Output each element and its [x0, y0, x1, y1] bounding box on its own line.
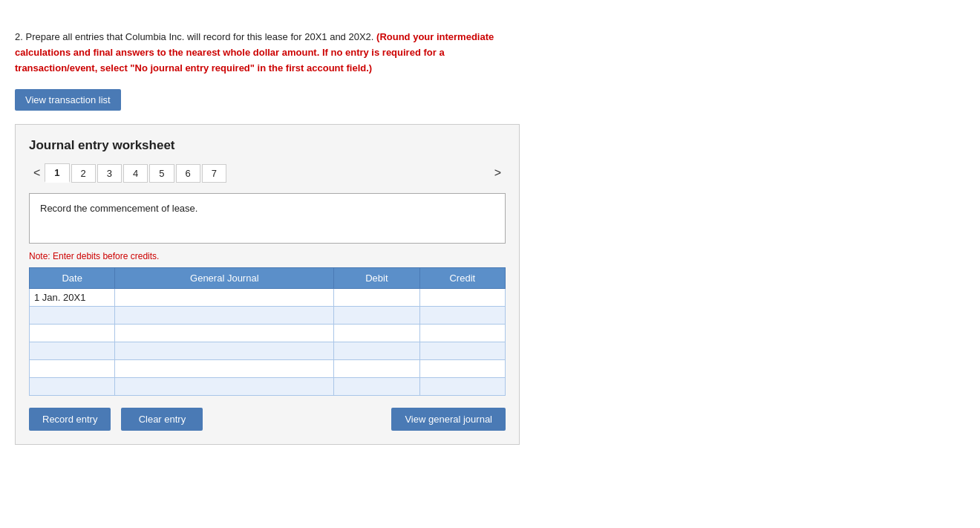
col-header-date: Date: [30, 268, 115, 289]
journal-cell-4[interactable]: [115, 342, 334, 360]
debit-cell-3[interactable]: [334, 325, 419, 342]
journal-cell-2[interactable]: [115, 307, 334, 325]
debit-input-2[interactable]: [334, 307, 419, 324]
debit-input-4[interactable]: [334, 342, 419, 359]
tab-next-button[interactable]: >: [490, 165, 506, 181]
tab-1[interactable]: 1: [45, 163, 69, 183]
tab-2[interactable]: 2: [71, 164, 96, 183]
journal-input-3[interactable]: [115, 325, 333, 342]
credit-cell-3[interactable]: [419, 325, 505, 342]
journal-input-5[interactable]: [115, 360, 333, 377]
credit-input-3[interactable]: [420, 325, 505, 342]
credit-cell-4[interactable]: [419, 342, 505, 360]
record-entry-button[interactable]: Record entry: [29, 408, 111, 431]
worksheet-container: Journal entry worksheet < 1 2 3 4 5 6 7 …: [15, 124, 520, 445]
debit-cell-2[interactable]: [334, 307, 419, 325]
journal-input-1[interactable]: [115, 289, 333, 306]
tab-6[interactable]: 6: [176, 164, 200, 183]
col-header-debit: Debit: [334, 268, 419, 289]
debit-cell-4[interactable]: [334, 342, 419, 360]
journal-cell-3[interactable]: [115, 325, 334, 342]
credit-input-4[interactable]: [420, 342, 505, 359]
debit-cell-6[interactable]: [334, 378, 419, 396]
credit-cell-2[interactable]: [419, 307, 505, 325]
journal-input-2[interactable]: [115, 307, 333, 324]
question-number: 2.: [15, 31, 23, 42]
description-box: Record the commencement of lease.: [29, 193, 506, 244]
credit-cell-6[interactable]: [419, 378, 505, 396]
debit-input-5[interactable]: [334, 360, 419, 377]
question-normal: Prepare all entries that Columbia Inc. w…: [25, 31, 373, 42]
debit-input-1[interactable]: [334, 289, 419, 306]
debit-input-6[interactable]: [334, 378, 419, 395]
view-general-journal-button[interactable]: View general journal: [391, 408, 506, 431]
date-cell-4: [30, 342, 115, 360]
note-text: Note: Enter debits before credits.: [29, 251, 506, 261]
date-cell-1: 1 Jan. 20X1: [30, 289, 115, 307]
tabs-row: < 1 2 3 4 5 6 7 >: [29, 163, 506, 183]
date-cell-6: [30, 378, 115, 396]
credit-cell-5[interactable]: [419, 360, 505, 378]
worksheet-title: Journal entry worksheet: [29, 138, 506, 153]
credit-input-6[interactable]: [420, 378, 505, 395]
debit-cell-1[interactable]: [334, 289, 419, 307]
view-transaction-button[interactable]: View transaction list: [15, 89, 121, 111]
tab-4[interactable]: 4: [123, 164, 148, 183]
tab-5[interactable]: 5: [149, 164, 174, 183]
table-row: [30, 342, 506, 360]
date-cell-3: [30, 325, 115, 342]
journal-input-4[interactable]: [115, 342, 333, 359]
credit-input-1[interactable]: [420, 289, 505, 306]
journal-input-6[interactable]: [115, 378, 333, 395]
clear-entry-button[interactable]: Clear entry: [121, 408, 203, 431]
credit-input-5[interactable]: [420, 360, 505, 377]
journal-table: Date General Journal Debit Credit 1 Jan.…: [29, 267, 506, 396]
table-row: [30, 378, 506, 396]
col-header-journal: General Journal: [115, 268, 334, 289]
date-cell-5: [30, 360, 115, 378]
tab-3[interactable]: 3: [97, 164, 122, 183]
journal-cell-1[interactable]: [115, 289, 334, 307]
table-row: 1 Jan. 20X1: [30, 289, 506, 307]
journal-cell-6[interactable]: [115, 378, 334, 396]
credit-cell-1[interactable]: [419, 289, 505, 307]
credit-input-2[interactable]: [420, 307, 505, 324]
table-row: [30, 360, 506, 378]
question-text: 2. Prepare all entries that Columbia Inc…: [15, 30, 520, 76]
journal-cell-5[interactable]: [115, 360, 334, 378]
debit-input-3[interactable]: [334, 325, 419, 342]
col-header-credit: Credit: [419, 268, 505, 289]
tab-7[interactable]: 7: [202, 164, 226, 183]
table-row: [30, 307, 506, 325]
date-cell-2: [30, 307, 115, 325]
bottom-buttons: Record entry Clear entry View general jo…: [29, 408, 506, 431]
table-row: [30, 325, 506, 342]
debit-cell-5[interactable]: [334, 360, 419, 378]
tab-prev-button[interactable]: <: [29, 165, 45, 181]
description-text: Record the commencement of lease.: [40, 203, 197, 214]
